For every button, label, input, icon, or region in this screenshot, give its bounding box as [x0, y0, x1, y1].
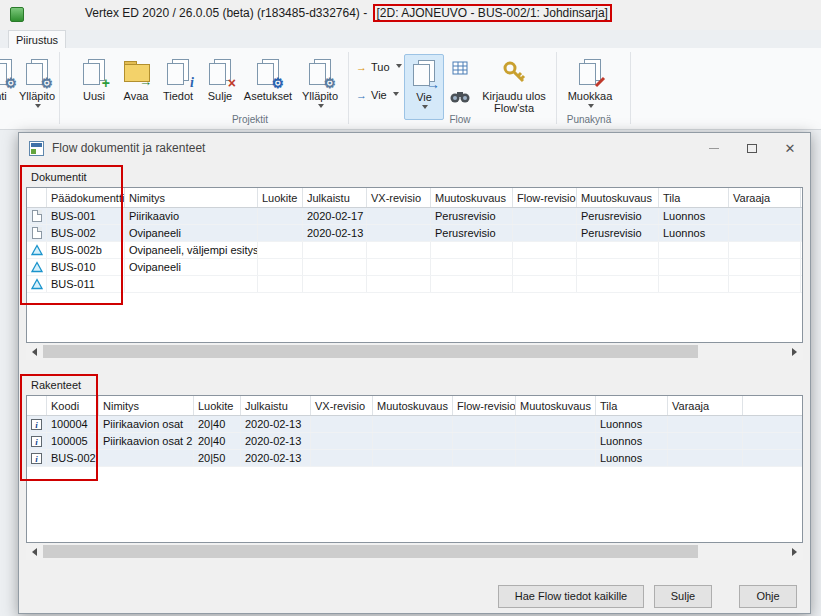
scroll-right-button[interactable]: [786, 543, 803, 560]
close-button[interactable]: ✕: [771, 134, 809, 162]
column-header[interactable]: [27, 396, 47, 415]
minimize-button[interactable]: [695, 134, 733, 162]
column-header[interactable]: Luokite: [258, 188, 303, 207]
ribbon-avaa-button[interactable]: → Avaa: [116, 54, 156, 120]
scroll-left-button[interactable]: [26, 343, 43, 360]
column-header[interactable]: [27, 188, 47, 207]
structures-section-label: Rakenteet: [31, 379, 81, 391]
maximize-icon: [747, 144, 757, 153]
tab-piirustus[interactable]: Piirustus: [8, 30, 66, 49]
ribbon-uusi-button[interactable]: + Uusi: [74, 54, 114, 120]
column-header[interactable]: Julkaistu: [303, 188, 367, 207]
model-icon: [31, 278, 43, 290]
column-header[interactable]: Nimitys: [99, 396, 194, 415]
table-cell: [668, 416, 743, 432]
column-header[interactable]: Muutoskuvaus: [373, 396, 453, 415]
scrollbar-track[interactable]: [43, 343, 786, 360]
row-icon-cell: i: [27, 450, 47, 466]
column-header[interactable]: Nimitys: [125, 188, 258, 207]
import-arrow-icon: →: [356, 61, 367, 73]
close-dialog-button[interactable]: Sulje: [654, 585, 712, 608]
ribbon-asetukset-button[interactable]: ⚙ Asetukset: [241, 54, 295, 120]
column-header[interactable]: Varaaja: [729, 188, 801, 207]
column-header[interactable]: Julkaistu: [241, 396, 311, 415]
scroll-right-button[interactable]: [786, 343, 803, 360]
table-cell: [729, 242, 801, 258]
row-icon-cell: [27, 259, 47, 275]
ribbon-button-label: Tuo: [371, 61, 390, 73]
fetch-flow-data-button[interactable]: Hae Flow tiedot kaikille: [498, 585, 644, 608]
table-row[interactable]: BUS-001Piirikaavio2020-02-17Perusrevisio…: [27, 208, 802, 225]
close-icon: ✕: [785, 141, 796, 156]
table-cell: Perusrevisio: [577, 225, 659, 241]
table-cell: [258, 242, 303, 258]
column-header[interactable]: Muutoskuvaus: [431, 188, 513, 207]
scrollbar-thumb[interactable]: [43, 545, 698, 558]
column-header[interactable]: [743, 396, 803, 415]
table-cell: 2020-02-13: [241, 416, 311, 432]
ribbon-sulje-button[interactable]: × Sulje: [200, 54, 240, 120]
table-cell: [729, 208, 801, 224]
scrollbar-thumb[interactable]: [43, 345, 698, 358]
column-header[interactable]: Varaaja: [668, 396, 743, 415]
ribbon-yllapito-left-button[interactable]: ⚙ Ylläpito: [16, 54, 58, 120]
ribbon-tuo-button[interactable]: → Tuo: [352, 56, 406, 78]
info-icon: i: [31, 436, 42, 447]
help-button[interactable]: Ohje: [739, 585, 797, 608]
table-cell: 100005: [47, 433, 99, 449]
column-header[interactable]: VX-revisio: [367, 188, 431, 207]
chevron-down-icon: [35, 104, 41, 111]
documents-section-label: Dokumentit: [31, 171, 87, 183]
table-row[interactable]: i100005Piirikaavion osat 220|402020-02-1…: [27, 433, 802, 450]
ribbon-muokkaa-button[interactable]: Muokkaa: [562, 54, 618, 120]
column-header[interactable]: Flow-revisio: [513, 188, 577, 207]
binoculars-icon: [449, 90, 471, 104]
window-controls: ✕: [695, 134, 809, 162]
row-icon-cell: i: [27, 416, 47, 432]
chevron-down-icon: [396, 64, 402, 71]
flow-dialog: Flow dokumentit ja rakenteet ✕ Dokumenti…: [18, 132, 811, 614]
column-header[interactable]: Tila: [659, 188, 729, 207]
column-header[interactable]: Päädokumentti: [47, 188, 125, 207]
table-row[interactable]: i100004Piirikaavion osat20|402020-02-13L…: [27, 416, 802, 433]
documents-table[interactable]: PäädokumenttiNimitysLuokiteJulkaistuVX-r…: [26, 187, 803, 343]
maximize-button[interactable]: [733, 134, 771, 162]
ribbon-cutoff-button[interactable]: ⚙ nti: [0, 54, 16, 120]
column-header[interactable]: Muutoskuvaus: [577, 188, 659, 207]
table-cell: [743, 416, 803, 432]
column-header[interactable]: Tila: [596, 396, 668, 415]
table-cell: [367, 225, 431, 241]
table-row[interactable]: BUS-002Ovipaneeli2020-02-13PerusrevisioP…: [27, 225, 802, 242]
table-cell: [516, 433, 596, 449]
table-cell: [373, 416, 453, 432]
table-row[interactable]: BUS-002bOvipaneeli, väljempi esitys: [27, 242, 802, 259]
table-cell: [516, 450, 596, 466]
table-cell: [303, 242, 367, 258]
ribbon-yllapito-button[interactable]: ⚙ Ylläpito: [296, 54, 344, 120]
column-header[interactable]: Luokite: [194, 396, 241, 415]
scrollbar-track[interactable]: [43, 543, 786, 560]
scroll-left-button[interactable]: [26, 543, 43, 560]
table-row[interactable]: BUS-010Ovipaneeli: [27, 259, 802, 276]
table-cell: BUS-002b: [47, 242, 125, 258]
column-header[interactable]: Koodi: [47, 396, 99, 415]
ribbon-button-label: Uusi: [74, 90, 114, 102]
ribbon-tiedot-button[interactable]: i Tiedot: [157, 54, 199, 120]
arrow-left-icon: [32, 548, 37, 556]
column-header[interactable]: Flow-revisio: [453, 396, 516, 415]
table-row[interactable]: BUS-011: [27, 276, 802, 293]
ribbon-vie-small-button[interactable]: → Vie: [352, 84, 403, 106]
structures-table[interactable]: KoodiNimitysLuokiteJulkaistuVX-revisioMu…: [26, 395, 803, 543]
ribbon-vie-button-active[interactable]: → Vie: [404, 54, 444, 120]
column-header[interactable]: VX-revisio: [311, 396, 373, 415]
ribbon-table-button[interactable]: [448, 56, 472, 80]
ribbon-logout-button[interactable]: Kirjaudu ulosFlow'sta: [478, 54, 550, 120]
table-cell: [258, 276, 303, 292]
table-cell: [373, 450, 453, 466]
table-cell: [367, 259, 431, 275]
table-row[interactable]: iBUS-00220|502020-02-13Luonnos: [27, 450, 802, 467]
open-folder-icon: →: [116, 56, 156, 88]
table-cell: [577, 259, 659, 275]
ribbon-search-button[interactable]: [446, 86, 474, 108]
column-header[interactable]: Muutoskuvaus: [516, 396, 596, 415]
